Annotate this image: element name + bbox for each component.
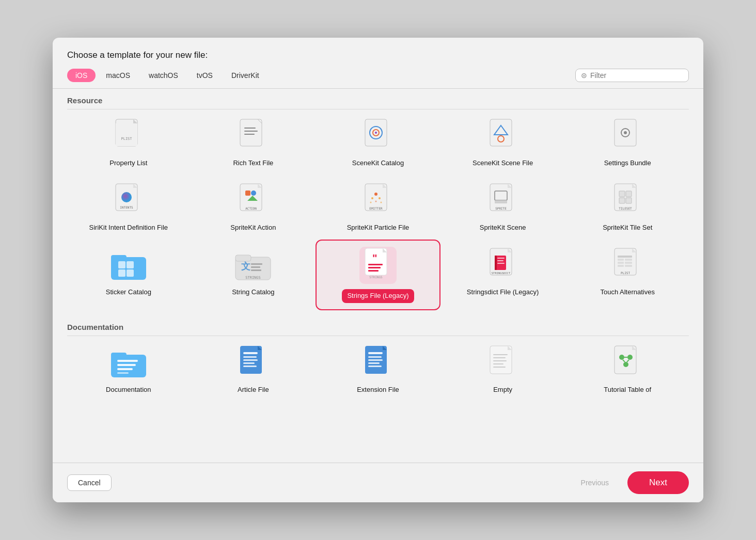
svg-rect-59 (368, 267, 381, 268)
footer-right: Previous Next (571, 471, 689, 494)
svg-point-106 (623, 362, 628, 367)
property-list-icon: PLIST (110, 118, 147, 155)
svg-rect-47 (118, 269, 125, 277)
svg-point-27 (371, 197, 373, 199)
spritekit-particle-icon: EMITTER (359, 182, 397, 219)
svg-text:SPRITE: SPRITE (495, 207, 507, 210)
rich-text-icon (234, 118, 272, 155)
svg-rect-41 (626, 198, 632, 203)
previous-button[interactable]: Previous (571, 475, 619, 490)
svg-rect-81 (117, 364, 136, 366)
svg-rect-72 (625, 259, 632, 261)
list-item[interactable]: Tutorial Table of (566, 338, 689, 401)
tab-macos[interactable]: macOS (98, 69, 138, 82)
spritekit-scene-icon: SPRITE (484, 182, 522, 219)
filter-input[interactable] (590, 71, 683, 80)
svg-rect-88 (243, 362, 255, 364)
svg-text:EMITTER: EMITTER (369, 207, 383, 210)
svg-point-29 (370, 201, 371, 203)
svg-rect-97 (493, 354, 508, 355)
svg-text:PLIST: PLIST (121, 137, 132, 141)
list-item[interactable]: INTENTS SiriKit Intent Definition File (67, 176, 190, 239)
svg-rect-73 (618, 262, 624, 264)
sticker-catalog-icon (110, 247, 147, 284)
list-item[interactable]: EMITTER SpriteKit Particle File (317, 176, 439, 239)
svg-rect-6 (244, 134, 255, 135)
scenekit-scene-icon (484, 118, 522, 155)
svg-rect-100 (493, 363, 503, 364)
svg-rect-98 (493, 357, 506, 358)
list-item[interactable]: ACTION SpriteKit Action (192, 176, 315, 239)
tab-watchos[interactable]: watchOS (140, 69, 186, 82)
section-documentation: Documentation (67, 315, 689, 336)
svg-rect-70 (618, 256, 632, 258)
list-item[interactable]: TILESET SpriteKit Tile Set (566, 176, 689, 239)
svg-rect-52 (251, 263, 262, 265)
svg-rect-54 (251, 269, 261, 271)
filter-icon: ⊜ (581, 71, 587, 80)
list-item[interactable]: Documentation (67, 338, 190, 401)
tab-driverkit[interactable]: DriverKit (223, 69, 267, 82)
svg-rect-3 (240, 119, 262, 146)
svg-rect-1 (116, 123, 137, 146)
svg-rect-48 (127, 269, 134, 277)
svg-rect-4 (244, 128, 256, 129)
svg-text:STRINGS: STRINGS (369, 275, 383, 279)
list-item[interactable]: PLIST Touch Alternatives (566, 241, 689, 309)
svg-point-104 (627, 355, 633, 360)
spritekit-tileset-icon: TILESET (609, 182, 646, 219)
svg-rect-86 (243, 356, 257, 358)
svg-rect-67 (497, 263, 505, 264)
platform-tabs: iOS macOS watchOS tvOS DriverKit (67, 69, 575, 82)
list-item[interactable]: SPRITE SpriteKit Scene (442, 176, 564, 239)
tab-tvos[interactable]: tvOS (188, 69, 221, 82)
list-item[interactable]: SceneKit Scene File (442, 112, 564, 174)
list-item[interactable]: 文 STRINGS String Catalog (192, 241, 315, 309)
svg-rect-83 (117, 372, 129, 374)
list-item[interactable]: Extension File (317, 338, 439, 401)
svg-rect-87 (243, 359, 258, 361)
list-item[interactable]: Empty (442, 338, 564, 401)
svg-rect-45 (118, 261, 125, 268)
svg-rect-65 (497, 258, 505, 259)
strings-file-icon: " STRINGS (359, 247, 397, 284)
svg-rect-79 (111, 353, 127, 359)
svg-rect-82 (117, 368, 133, 370)
cancel-button[interactable]: Cancel (67, 474, 112, 491)
tutorial-table-icon (609, 344, 646, 382)
section-resource: Resource (67, 89, 689, 109)
svg-point-22 (251, 190, 256, 196)
svg-text:": " (372, 252, 377, 264)
next-button[interactable]: Next (627, 471, 689, 494)
svg-point-16 (624, 131, 627, 134)
svg-text:ACTION: ACTION (246, 207, 257, 210)
svg-rect-99 (493, 360, 507, 361)
documentation-grid: Documentation Article File (67, 338, 689, 401)
svg-rect-66 (497, 260, 503, 261)
extension-file-icon (359, 344, 397, 382)
list-item[interactable]: Settings Bundle (566, 112, 689, 174)
svg-rect-53 (251, 266, 260, 268)
svg-rect-46 (127, 261, 134, 268)
list-item[interactable]: SceneKit Catalog (317, 112, 439, 174)
list-item[interactable]: PLIST Property List (67, 112, 190, 174)
svg-rect-76 (625, 265, 632, 267)
svg-rect-75 (618, 265, 624, 267)
list-item[interactable]: " STRINGS Strings File (Legacy) (317, 241, 439, 309)
tab-ios[interactable]: iOS (67, 69, 96, 82)
svg-text:STRINGSDICT: STRINGSDICT (491, 272, 510, 275)
platform-bar: iOS macOS watchOS tvOS DriverKit ⊜ (53, 69, 703, 89)
empty-doc-icon (484, 344, 522, 382)
list-item[interactable]: STRINGSDICT Stringsdict File (Legacy) (442, 241, 564, 309)
list-item[interactable]: Article File (192, 338, 315, 401)
svg-text:PLIST: PLIST (621, 271, 630, 275)
list-item[interactable]: Sticker Catalog (67, 241, 190, 309)
svg-text:INTENTS: INTENTS (120, 205, 133, 209)
svg-rect-58 (368, 264, 383, 265)
svg-point-31 (380, 201, 382, 203)
content-area: Resource PLIST Property List (53, 89, 703, 463)
svg-point-18 (121, 192, 132, 202)
list-item[interactable]: Rich Text File (192, 112, 315, 174)
sirikit-icon: INTENTS (110, 182, 147, 219)
new-file-dialog: Choose a template for your new file: iOS… (53, 38, 703, 502)
